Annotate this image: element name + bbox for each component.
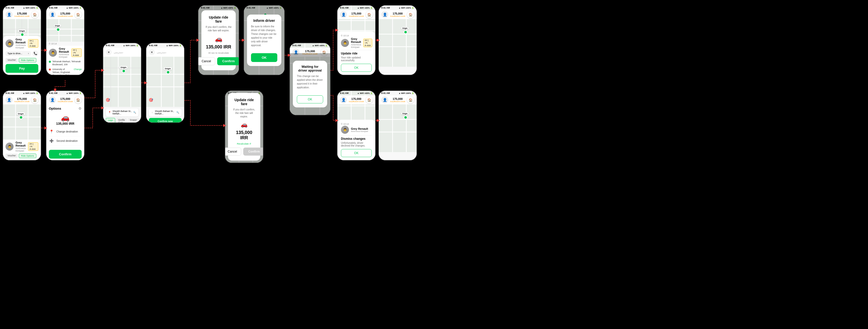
modal-card-7: Update ride fare If you don't confirm, t… xyxy=(202,10,236,70)
modal-card-8: Inform driver Be sure to inform the driv… xyxy=(247,15,281,66)
phone-5: 9:41 AM ▲ WiFi 100% 🔋 × دسترسی Origin 🎯 xyxy=(103,43,142,123)
phone-3: 9:41 AM ▲ WiFi 100% 🔋 👤 175,000 Insuffic… xyxy=(2,90,41,161)
home-btn-2[interactable]: 🏠 xyxy=(75,11,82,18)
location-pin-5[interactable]: 🎯 xyxy=(106,98,110,102)
phone-1: 9:41 AM ▲ WiFi 100% 🔋 👤 175,000 Insuffic… xyxy=(2,5,41,75)
timestamp-2: © 10:14 xyxy=(46,42,84,46)
confirm-dest-btn-6[interactable]: Confirm new destination xyxy=(149,118,182,123)
ok-btn-13[interactable]: OK xyxy=(341,149,372,157)
modal-card-10: Waiting for driver approval This change … xyxy=(293,61,327,107)
second-dest-item[interactable]: ➕ Second destination xyxy=(49,136,82,145)
phone-12: 9:41 AM ▲ WiFi 100% 🔋 👤 175,000 Insuffic… xyxy=(378,5,417,75)
svg-rect-68 xyxy=(379,104,416,152)
modal-overlay-9: Update ride fare If you don't confirm, t… xyxy=(225,91,263,163)
modal-overlay-10: Waiting for driver approval This change … xyxy=(290,53,330,115)
modal-card-9: Update ride fare If you don't confirm, t… xyxy=(228,93,260,161)
svg-rect-15 xyxy=(46,19,84,42)
time-1: 9:41 AM xyxy=(5,6,14,9)
ok-btn-10[interactable]: OK xyxy=(297,95,323,103)
close-btn-6[interactable]: × xyxy=(149,49,155,55)
change-dest-item[interactable]: 📍 Change destination xyxy=(49,127,82,136)
origin-marker-2 xyxy=(56,28,60,31)
svg-rect-59 xyxy=(379,19,416,67)
driver-sub-1: Amirmeza Kimiyaei xyxy=(16,44,26,49)
close-btn-5[interactable]: × xyxy=(106,49,112,55)
confirm-btn-7[interactable]: Confirm xyxy=(217,57,239,65)
type-drive-btn-1[interactable]: Type to drive... › xyxy=(5,51,31,56)
credit-amount-1: 175,000 xyxy=(17,12,27,15)
location-pin-6[interactable]: 🎯 xyxy=(149,98,153,102)
recalculate-link-9[interactable]: Recalculate ↺ xyxy=(232,142,256,145)
plate-1: ٢٢ | ۱۹-A-۸۸۸ xyxy=(28,39,38,48)
modal-overlay-7: Update ride fare If you don't confirm, t… xyxy=(198,5,239,75)
svg-rect-20 xyxy=(3,104,41,140)
car-graphic: 🚗 xyxy=(49,113,82,122)
status-bar-1: 9:41 AM ▲ WiFi 100% 🔋 xyxy=(3,5,41,10)
phone-11: 9:41 AM ▲ WiFi 100% 🔋 👤 175,000 Insuffic… xyxy=(337,5,376,75)
action-row-1: Type to drive... › 📞 xyxy=(5,50,38,56)
status-bar-2: 9:41 AM ▲ WiFi 100% 🔋 xyxy=(46,5,84,10)
phone-icon-1[interactable]: 📞 xyxy=(32,50,38,56)
phone-10: 9:41 AM ▲ WiFi 100% 🔋 👤 175,000 Insuffic… xyxy=(289,43,331,115)
confirm-btn-4[interactable]: Confirm xyxy=(49,150,82,159)
user-icon-2[interactable]: 👤 xyxy=(49,11,56,18)
tags-row-1: Voucher Ride Options xyxy=(5,58,38,62)
change-link[interactable]: Change xyxy=(74,68,82,71)
phone-14: 9:41 AM ▲ WiFi 100% 🔋 👤 175,000 Insuffic… xyxy=(378,90,417,161)
phone-9: 9:41 AM ▲ WiFi 100% 🔋 Update ride fare I… xyxy=(225,90,264,163)
credit-label-1: Insufficient credit xyxy=(14,15,30,17)
ride-options-tag-1[interactable]: Ride Options xyxy=(19,58,36,62)
phone-7: 9:41 AM ▲ WiFi 100% 🔋 Update ride fare I… xyxy=(198,5,239,75)
driver-row-1: 👨 Grey Renault Amirmeza Kimiyaei ٢٢ | ۱۹… xyxy=(5,38,38,49)
phone-6: 9:41 AM ▲ WiFi 100% 🔋 × دسترسی Origin 🎯 … xyxy=(146,43,185,123)
user-icon-1[interactable]: 👤 xyxy=(5,11,12,18)
confirm-btn-9: Confirm xyxy=(243,147,264,156)
cancel-btn-7[interactable]: Cancel xyxy=(198,57,215,65)
phone-2: 9:41 AM ▲ WiFi 100% 🔋 👤 175,000 Insuffic… xyxy=(46,5,85,75)
phone-13: 9:41 AM ▲ WiFi 100% 🔋 👤 175,000 Insuffic… xyxy=(337,90,376,161)
ok-btn-11[interactable]: OK xyxy=(341,64,372,72)
cancel-btn-9[interactable]: Cancel xyxy=(225,147,241,156)
ok-btn-8[interactable]: OK xyxy=(251,53,277,62)
pay-btn-1[interactable]: Pay xyxy=(5,64,38,73)
phone-4: 9:41 AM ▲ WiFi 100% 🔋 👤 175,000 Insuffic… xyxy=(46,90,85,161)
origin-label-1: Origin xyxy=(18,30,26,32)
driver-name-1: Grey Renault xyxy=(16,38,26,44)
phone-8: 9:41 AM ▲ WiFi 100% 🔋 Origin Inform driv… xyxy=(244,5,285,75)
home-btn-1[interactable]: 🏠 xyxy=(31,11,38,18)
voucher-tag-1[interactable]: Voucher xyxy=(5,58,18,62)
avatar-1: 👨 xyxy=(5,39,13,48)
modal-overlay-8: Inform driver Be sure to inform the driv… xyxy=(244,5,284,75)
